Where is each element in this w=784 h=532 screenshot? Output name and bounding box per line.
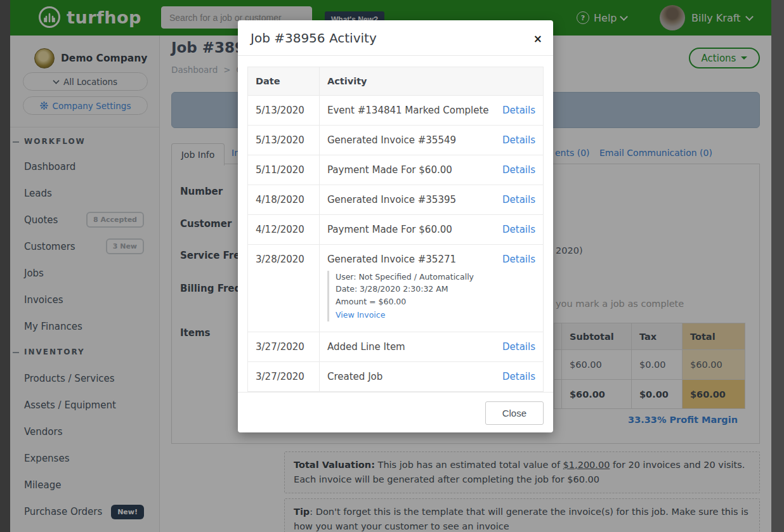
activity-row: 5/11/2020 Payment Made For $60.00Details (248, 155, 544, 185)
modal-header: Job #38956 Activity × (238, 20, 553, 56)
activity-row: 5/13/2020 Generated Invoice #35549Detail… (248, 126, 544, 155)
modal-close-button[interactable]: Close (485, 401, 544, 425)
activity-text: Payment Made For $60.00 (327, 224, 452, 235)
details-link[interactable]: Details (502, 224, 535, 235)
details-link[interactable]: Details (502, 371, 535, 382)
activity-row: 5/13/2020 Event #134841 Marked CompleteD… (248, 96, 544, 126)
details-link[interactable]: Details (502, 105, 535, 116)
col-date: Date (248, 67, 320, 96)
details-link[interactable]: Details (502, 254, 535, 265)
job-activity-modal: Job #38956 Activity × Date Activity 5/13… (238, 20, 553, 432)
activity-text: Payment Made For $60.00 (327, 164, 452, 176)
modal-body: Date Activity 5/13/2020 Event #134841 Ma… (238, 56, 553, 392)
modal-footer: Close (238, 392, 553, 434)
activity-text: Generated Invoice #35395 (327, 194, 456, 205)
details-link[interactable]: Details (502, 164, 535, 176)
left-edge-strip (0, 0, 10, 532)
view-invoice-link[interactable]: View Invoice (336, 309, 385, 321)
activity-date: 4/18/2020 (248, 185, 320, 215)
activity-date: 5/13/2020 (248, 126, 320, 155)
detail-user: User: Not Specified / Automatically (336, 271, 535, 283)
activity-date: 3/27/2020 (248, 332, 320, 361)
scrollbar[interactable] (771, 0, 784, 532)
activity-row: 4/18/2020 Generated Invoice #35395Detail… (248, 185, 544, 215)
activity-date: 3/28/2020 (248, 245, 320, 332)
details-link[interactable]: Details (502, 341, 535, 353)
activity-date: 3/27/2020 (248, 361, 320, 391)
activity-date: 5/11/2020 (248, 155, 320, 185)
close-icon[interactable]: × (533, 34, 542, 44)
activity-date: 5/13/2020 (248, 96, 320, 126)
activity-text: Generated Invoice #35549 (327, 134, 456, 146)
detail-amount: Amount = $60.00 (336, 295, 535, 308)
activity-text: Event #134841 Marked Complete (327, 105, 489, 116)
activity-details-panel: User: Not Specified / Automatically Date… (327, 271, 535, 321)
activity-text: Created Job (327, 371, 382, 382)
details-link[interactable]: Details (502, 194, 535, 205)
details-link[interactable]: Details (502, 134, 535, 146)
activity-row: 4/12/2020 Payment Made For $60.00Details (248, 215, 544, 245)
activity-table: Date Activity 5/13/2020 Event #134841 Ma… (247, 67, 544, 392)
activity-text: Added Line Item (327, 341, 405, 353)
activity-row: 3/27/2020 Added Line ItemDetails (248, 332, 544, 361)
col-activity: Activity (320, 67, 544, 96)
detail-date: Date: 3/28/2020 2:30:32 AM (336, 283, 535, 295)
app-window: turfhop What's New? ? Help Billy Kraft D… (0, 0, 784, 532)
activity-row: 3/27/2020 Created JobDetails (248, 361, 544, 391)
activity-row-expanded: 3/28/2020 Generated Invoice #35271Detail… (248, 245, 544, 332)
modal-title: Job #38956 Activity (251, 30, 377, 46)
activity-date: 4/12/2020 (248, 215, 320, 245)
activity-text: Generated Invoice #35271 (327, 254, 456, 265)
activity-table-header: Date Activity (248, 67, 544, 96)
